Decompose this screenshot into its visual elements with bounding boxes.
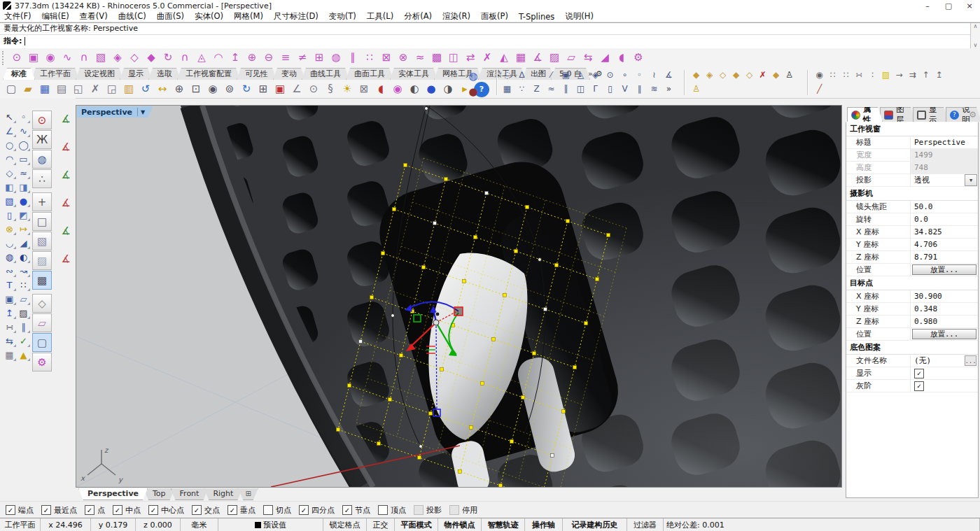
control-point[interactable] — [440, 368, 444, 371]
shaded-display-icon[interactable]: ▧ — [32, 232, 52, 250]
adjust-end-bulge-icon[interactable]: ∘ — [618, 69, 631, 81]
ts-bend-icon[interactable]: ◠ — [211, 50, 226, 66]
menu-item-4[interactable]: 曲线(C) — [118, 11, 146, 22]
texture-map-icon[interactable]: ▨ — [879, 69, 892, 81]
place-button[interactable]: 放置... — [912, 264, 976, 275]
ts-transform-icon[interactable]: ↻ — [160, 50, 176, 66]
hatch-icon[interactable]: ▨ — [17, 306, 30, 320]
grid-points-icon[interactable]: ▦ — [500, 83, 514, 95]
script-editor-icon[interactable]: § — [323, 82, 338, 97]
symmetry-icon[interactable]: ◈ — [589, 69, 602, 81]
fillet-icon[interactable]: ◡ — [3, 236, 16, 250]
ts-uncrease-icon[interactable]: ≠ — [295, 50, 310, 66]
explode-icon[interactable]: ⊗ — [3, 222, 16, 236]
lock-objects-icon[interactable]: ⊠ — [356, 82, 372, 97]
point-rows-icon[interactable]: ∺ — [853, 69, 866, 81]
control-point[interactable] — [492, 338, 496, 341]
surface-from-points-icon[interactable]: ◧ — [3, 180, 16, 194]
toolbar-tab-11[interactable]: 实体工具 — [390, 68, 438, 80]
restore-button[interactable]: ▢ — [938, 0, 959, 11]
ts-cage-edit-icon[interactable]: ▧ — [93, 50, 108, 66]
ts-thicken-icon[interactable]: ▩ — [429, 50, 444, 66]
control-point[interactable] — [562, 410, 566, 413]
osnap-checkbox[interactable] — [378, 505, 388, 515]
osnap-checkbox[interactable] — [449, 505, 459, 515]
control-point[interactable] — [404, 164, 407, 167]
osnap-checkbox[interactable]: ✓ — [192, 505, 202, 515]
ts-weld-icon[interactable]: ⊕ — [244, 50, 260, 66]
gumball-origin[interactable] — [433, 320, 439, 325]
polygon-icon[interactable]: ◇ — [3, 167, 16, 180]
cut-icon[interactable]: ✗ — [88, 82, 103, 97]
control-point[interactable] — [382, 252, 385, 255]
projection-dropdown[interactable]: ▼ — [965, 174, 977, 186]
perspective-viewport[interactable]: Perspective ▼ — [76, 105, 842, 488]
ts-unweld-icon[interactable]: ⊖ — [261, 50, 276, 66]
control-point[interactable] — [503, 294, 507, 297]
control-point[interactable] — [510, 440, 514, 444]
control-point[interactable] — [458, 470, 462, 474]
control-point[interactable] — [573, 366, 577, 369]
ts-mirror-icon[interactable]: ⇆ — [580, 50, 596, 66]
toolbar-grip[interactable] — [2, 51, 6, 65]
property-value[interactable]: 50.0 — [911, 201, 978, 213]
command-scrollbar[interactable]: ∧ ∨ — [970, 23, 980, 48]
rectangular-array-icon[interactable]: ∺ — [3, 320, 16, 334]
control-point[interactable] — [584, 322, 588, 325]
control-point[interactable] — [418, 456, 421, 460]
panel-tab-1[interactable]: 属性 — [847, 107, 883, 122]
control-point[interactable] — [555, 264, 559, 267]
rotate-cplane-icon[interactable]: ∡ — [58, 222, 74, 239]
sun-light-icon[interactable]: ◆ — [769, 69, 783, 81]
control-point[interactable] — [422, 266, 426, 269]
copy-icon[interactable]: ◲ — [104, 82, 120, 97]
toolbar-tab-2[interactable]: 工作平面 — [31, 68, 79, 80]
browse-file-button[interactable]: ... — [965, 355, 976, 366]
point-light-icon[interactable]: ◈ — [703, 69, 716, 81]
zoom-window-icon[interactable]: ⊡ — [188, 82, 204, 97]
menu-item-2[interactable]: 编辑(E) — [42, 11, 69, 22]
planar-surface-icon[interactable]: ▱ — [17, 292, 30, 306]
ts-match-icon[interactable]: ≈ — [412, 50, 428, 66]
toolbar-tab-6[interactable]: 工作视窗配置 — [177, 68, 240, 80]
undo-icon[interactable]: ↺ — [138, 82, 153, 97]
osnap-checkbox[interactable]: ✓ — [342, 505, 352, 515]
ts-arch-icon[interactable]: ∩ — [177, 50, 192, 66]
set-cplane-view-icon[interactable]: ∡ — [58, 194, 74, 211]
ts-smooth-toggle-icon[interactable]: ◍ — [328, 50, 344, 66]
pan-mode-icon[interactable]: + — [32, 192, 52, 211]
rendered-display-icon[interactable]: ▩ — [32, 271, 52, 290]
sub-object-select-icon[interactable]: ◦ — [633, 69, 646, 81]
ts-face-select-icon[interactable]: ◆ — [144, 50, 159, 66]
ts-box-icon[interactable]: ▣ — [26, 50, 41, 66]
smash-icon[interactable]: ⊙ — [603, 69, 617, 81]
four-viewports-tab-icon[interactable]: ⊞ — [238, 488, 258, 500]
set-cplane-surface-icon[interactable]: ∡ — [58, 167, 74, 183]
blend-curve-icon[interactable]: ∾ — [3, 264, 16, 278]
ts-rotate-face-icon[interactable]: ◬ — [194, 50, 209, 66]
menu-item-9[interactable]: 变动(T) — [329, 11, 356, 22]
control-point[interactable] — [474, 236, 477, 239]
walk-about-icon[interactable]: ♙ — [690, 83, 703, 95]
property-value[interactable]: 0.980 — [911, 316, 978, 327]
control-point[interactable] — [481, 382, 484, 385]
rectangular-light-icon[interactable]: ◇ — [716, 69, 729, 81]
chamfer-icon[interactable]: ◢ — [17, 236, 30, 250]
menu-item-15[interactable]: 说明(H) — [565, 11, 594, 22]
status-3[interactable]: y 0.179 — [91, 518, 136, 531]
status-7[interactable]: 锁定格点 — [323, 518, 367, 531]
curvature-graph-icon[interactable]: ≈ — [545, 83, 558, 95]
ts-extrude-face-icon[interactable]: ↥ — [227, 50, 243, 66]
status-14[interactable]: 过滤器 — [627, 518, 664, 531]
copy-view-icon[interactable]: ◱ — [71, 82, 86, 97]
osnap-四分点[interactable]: ✓四分点 — [299, 505, 335, 516]
status-6[interactable]: 预设值 — [218, 518, 323, 531]
control-point[interactable] — [566, 220, 570, 223]
viewport-scene[interactable]: z x y — [76, 106, 841, 487]
control-point[interactable] — [337, 428, 340, 432]
menu-item-5[interactable]: 曲面(S) — [157, 11, 184, 22]
render-icon[interactable]: ◖ — [373, 82, 388, 97]
osnap-停用[interactable]: 停用 — [449, 505, 477, 516]
control-point[interactable] — [348, 384, 351, 388]
menu-item-3[interactable]: 查看(V) — [80, 11, 108, 22]
